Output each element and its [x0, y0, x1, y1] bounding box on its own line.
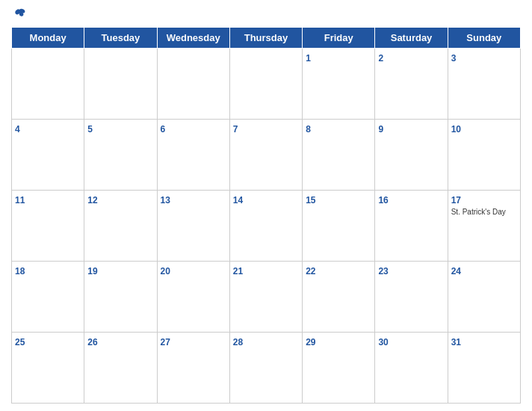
- day-number: 24: [451, 266, 461, 276]
- weekday-header-row: MondayTuesdayWednesdayThursdayFridaySatu…: [12, 28, 521, 49]
- day-cell: 21: [229, 262, 302, 333]
- day-cell: [84, 49, 157, 120]
- day-number: 6: [161, 124, 166, 135]
- week-row-4: 18192021222324: [12, 262, 521, 333]
- logo-bird-icon: [13, 7, 26, 21]
- day-number: 15: [306, 195, 315, 206]
- day-number: 27: [161, 337, 170, 347]
- day-cell: 9: [375, 120, 448, 191]
- day-cell: 8: [303, 120, 375, 191]
- day-number: 2: [378, 53, 383, 64]
- day-cell: 11: [12, 191, 84, 262]
- week-row-5: 25262728293031: [12, 333, 521, 404]
- day-number: 11: [15, 195, 25, 206]
- day-number: 25: [15, 337, 25, 347]
- day-cell: 20: [157, 262, 229, 333]
- day-number: 28: [233, 337, 243, 347]
- day-number: 1: [306, 53, 311, 64]
- weekday-monday: Monday: [12, 28, 84, 49]
- day-number: 19: [87, 266, 97, 276]
- day-cell: 27: [157, 333, 229, 404]
- day-cell: 4: [12, 120, 84, 191]
- day-cell: 23: [375, 262, 448, 333]
- day-cell: 2: [375, 49, 448, 120]
- day-cell: 6: [157, 120, 229, 191]
- day-number: 17: [451, 195, 461, 206]
- day-cell: 22: [303, 262, 375, 333]
- day-number: 4: [15, 124, 20, 135]
- calendar-header: [11, 7, 521, 21]
- calendar-table: MondayTuesdayWednesdayThursdayFridaySatu…: [11, 27, 521, 404]
- day-cell: 29: [303, 333, 375, 404]
- day-cell: 17St. Patrick's Day: [448, 191, 520, 262]
- day-number: 7: [233, 124, 238, 135]
- week-row-3: 11121314151617St. Patrick's Day: [12, 191, 521, 262]
- day-number: 3: [451, 53, 457, 64]
- day-number: 20: [161, 266, 170, 276]
- day-number: 14: [233, 195, 243, 206]
- day-cell: 25: [12, 333, 84, 404]
- day-number: 29: [306, 337, 315, 347]
- day-number: 26: [87, 337, 97, 347]
- day-cell: 3: [448, 49, 520, 120]
- weekday-friday: Friday: [303, 28, 375, 49]
- day-cell: 26: [84, 333, 157, 404]
- day-number: 22: [306, 266, 315, 276]
- weekday-tuesday: Tuesday: [84, 28, 157, 49]
- day-number: 10: [451, 124, 461, 135]
- day-cell: 31: [448, 333, 520, 404]
- weekday-wednesday: Wednesday: [157, 28, 229, 49]
- day-cell: [12, 49, 84, 120]
- day-cell: 15: [303, 191, 375, 262]
- day-cell: 28: [229, 333, 302, 404]
- day-cell: 19: [84, 262, 157, 333]
- holiday-label: St. Patrick's Day: [451, 208, 517, 216]
- day-number: 30: [378, 337, 388, 347]
- day-number: 23: [378, 266, 388, 276]
- day-number: 16: [378, 195, 388, 206]
- day-number: 8: [306, 124, 311, 135]
- day-number: 5: [87, 124, 93, 135]
- day-cell: 16: [375, 191, 448, 262]
- day-cell: 14: [229, 191, 302, 262]
- day-cell: 24: [448, 262, 520, 333]
- day-number: 21: [233, 266, 243, 276]
- day-cell: 1: [303, 49, 375, 120]
- weekday-thursday: Thursday: [229, 28, 302, 49]
- day-cell: 30: [375, 333, 448, 404]
- day-cell: 13: [157, 191, 229, 262]
- week-row-2: 45678910: [12, 120, 521, 191]
- day-number: 31: [451, 337, 461, 347]
- day-cell: [157, 49, 229, 120]
- week-row-1: 123: [12, 49, 521, 120]
- day-cell: 18: [12, 262, 84, 333]
- weekday-sunday: Sunday: [448, 28, 520, 49]
- day-cell: 5: [84, 120, 157, 191]
- day-cell: 7: [229, 120, 302, 191]
- day-cell: [229, 49, 302, 120]
- day-number: 9: [378, 124, 383, 135]
- day-cell: 10: [448, 120, 520, 191]
- day-number: 12: [87, 195, 97, 206]
- weekday-saturday: Saturday: [375, 28, 448, 49]
- day-number: 18: [15, 266, 25, 276]
- day-number: 13: [161, 195, 170, 206]
- logo: [11, 7, 26, 21]
- day-cell: 12: [84, 191, 157, 262]
